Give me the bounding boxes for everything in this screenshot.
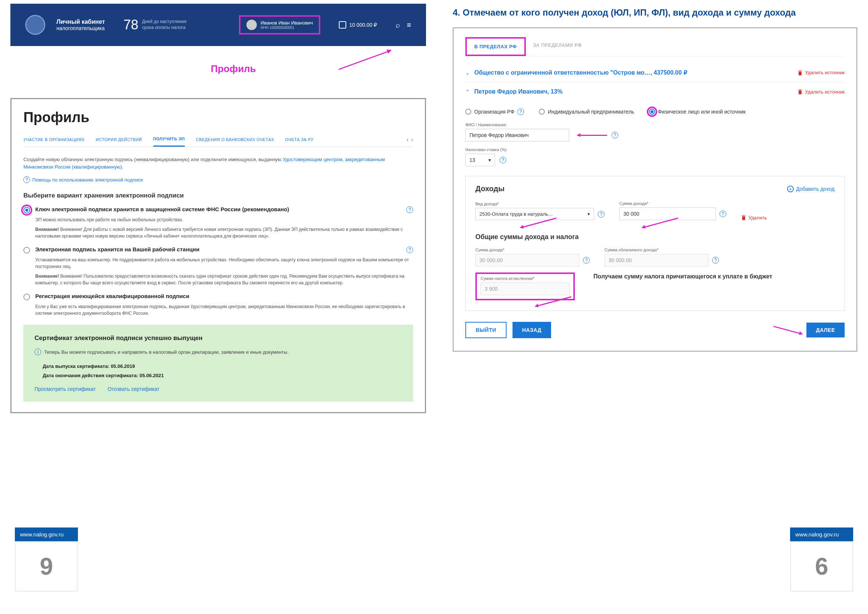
radio-ip[interactable]: Индивидуальный предприниматель: [539, 109, 634, 115]
totals-heading: Общие суммы дохода и налога: [475, 233, 835, 241]
arrow-icon: [577, 135, 607, 136]
help-link[interactable]: ? Помощь по использованию электронной по…: [23, 176, 413, 183]
delete-income-button[interactable]: Удалить: [741, 215, 767, 220]
option-local-desc: Устанавливается на ваш компьютер. Не под…: [23, 256, 413, 286]
help-icon: ?: [23, 176, 30, 183]
add-income-button[interactable]: + Добавить доход: [787, 186, 835, 192]
chevron-down-icon: ▾: [488, 157, 491, 163]
choose-heading: Выберите вариант хранения электронной по…: [23, 192, 413, 199]
taxable-income-input[interactable]: 30 000.00: [604, 254, 708, 267]
radio-icon: [23, 247, 30, 254]
tax-calculated-highlight: Сумма налога исчисленная* 3 900: [475, 273, 575, 300]
fio-label: ФИО / Наименование: [465, 122, 845, 127]
page-badge-right: www.nalog.gov.ru 6: [790, 527, 853, 592]
income-block: Доходы + Добавить доход Вид дохода* 2530…: [465, 176, 845, 311]
tab-history[interactable]: ИСТОРИЯ ДЕЙСТВИЙ: [96, 133, 142, 146]
tab-get-sign[interactable]: ПОЛУЧИТЬ ЭП: [153, 132, 185, 147]
option-register-existing[interactable]: Регистрация имеющейся квалифицированной …: [23, 293, 413, 300]
help-icon[interactable]: ?: [598, 211, 604, 217]
help-icon[interactable]: ?: [499, 157, 506, 163]
option-local-key[interactable]: Электронная подпись хранится на Вашей ра…: [23, 246, 413, 254]
option-register-desc: Если у Вас уже есть квалифицированная эл…: [23, 303, 413, 317]
arrow-icon: [773, 326, 802, 335]
help-icon[interactable]: ?: [517, 109, 524, 115]
tab-org[interactable]: УЧАСТИЕ В ОРГАНИЗАЦИЯХ: [23, 133, 85, 146]
app-title: Личный кабинет налогоплательщика: [56, 19, 105, 31]
help-icon[interactable]: ?: [712, 257, 719, 264]
info-icon[interactable]: ?: [406, 247, 413, 253]
income-type-select[interactable]: 2530-Оплата труда в натураль…▾: [475, 208, 594, 220]
tab-bank[interactable]: СВЕДЕНИЯ О БАНКОВСКИХ ОЧЕТАХ: [196, 133, 274, 146]
fio-input[interactable]: Петров Федор Иванович: [465, 129, 569, 141]
wallet-icon: [339, 21, 346, 29]
revoke-cert-link[interactable]: Отозвать сертификат: [108, 386, 160, 392]
tab-inside-rf[interactable]: В ПРЕДЕЛАХ РФ: [465, 37, 526, 56]
logo-icon: [25, 15, 45, 35]
profile-panel: Профиль УЧАСТИЕ В ОРГАНИЗАЦИЯХ ИСТОРИЯ Д…: [10, 98, 426, 413]
trash-icon: [797, 70, 803, 76]
profile-callout: Профиль: [211, 63, 256, 74]
step-heading: 4. Отмечаем от кого получен доход (ЮЛ, И…: [453, 8, 857, 18]
income-source-1[interactable]: ⌄ Общество с ограниченной ответственност…: [465, 63, 845, 82]
exit-button[interactable]: ВЫЙТИ: [465, 322, 507, 338]
balance-display[interactable]: 10 000.00 ₽: [339, 21, 377, 29]
user-profile-button[interactable]: Иванов Иван Иванович ИНН 100000000001: [239, 15, 320, 34]
delete-source-button[interactable]: Удалить источник: [797, 70, 845, 76]
chevron-up-icon: ⌃: [465, 89, 470, 95]
radio-icon: [23, 294, 30, 300]
search-icon[interactable]: ⌕: [395, 21, 400, 29]
certificate-success-box: Сертификат электронной подписи успешно в…: [23, 325, 413, 402]
profile-heading: Профиль: [23, 110, 413, 126]
view-cert-link[interactable]: Просмотреть сертификат: [34, 386, 96, 392]
option-cloud-desc: ЭП можно использовать при работе на любы…: [23, 216, 413, 239]
menu-icon[interactable]: ≡: [407, 21, 411, 29]
tab-prev-icon[interactable]: ‹: [407, 136, 409, 143]
radio-individual[interactable]: Физическое лицо или иной источник: [649, 109, 746, 115]
trash-icon: [741, 215, 746, 220]
tax-calculated-input[interactable]: 3 900: [480, 282, 570, 295]
tab-next-icon[interactable]: ›: [411, 136, 413, 143]
page-badge-left: www.nalog.gov.ru 9: [15, 527, 78, 592]
info-icon: i: [34, 349, 41, 355]
option-cloud-key[interactable]: Ключ электронной подписи хранится в защи…: [23, 206, 413, 214]
delete-source-button[interactable]: Удалить источник: [797, 89, 845, 95]
days-countdown: 78 Дней до наступлениясрока оплаты налог…: [124, 17, 186, 33]
radio-org-rf[interactable]: Организация РФ ?: [465, 109, 524, 115]
plus-icon: +: [787, 186, 794, 192]
avatar-icon: [246, 20, 257, 30]
tax-note: Получаем сумму налога причитающегося к у…: [594, 273, 772, 281]
app-header: Личный кабинет налогоплательщика 78 Дней…: [10, 4, 426, 46]
help-icon[interactable]: ?: [612, 132, 618, 138]
rate-label: Налоговая ставка (%): [465, 147, 845, 152]
help-icon[interactable]: ?: [583, 257, 590, 264]
income-sum-input[interactable]: 30 000: [619, 208, 716, 220]
income-form-panel: В ПРЕДЕЛАХ РФ ЗА ПРЕДЕЛАМИ РФ ⌄ Общество…: [453, 28, 857, 352]
chevron-down-icon: ⌄: [465, 70, 470, 76]
trash-icon: [797, 89, 803, 95]
next-button[interactable]: ДАЛЕЕ: [806, 323, 845, 338]
rate-select[interactable]: 13▾: [465, 154, 495, 166]
back-button[interactable]: НАЗАД: [513, 322, 551, 338]
total-income-input[interactable]: 30 000.00: [475, 254, 579, 267]
tab-reports[interactable]: ОЧЕТА ЗА РУ: [285, 133, 313, 146]
chevron-down-icon: ▾: [587, 211, 590, 217]
tab-outside-rf[interactable]: ЗА ПРЕДЕЛАМИ РФ: [526, 37, 589, 56]
info-icon[interactable]: ?: [406, 206, 413, 213]
radio-icon: [23, 207, 30, 214]
intro-text: Создайте новую облачную электронную подп…: [23, 156, 413, 171]
profile-tabs: УЧАСТИЕ В ОРГАНИЗАЦИЯХ ИСТОРИЯ ДЕЙСТВИЙ …: [23, 132, 413, 147]
income-source-2[interactable]: ⌃ Петров Федор Иванович, 13% Удалить ист…: [465, 82, 845, 101]
help-icon[interactable]: ?: [719, 211, 726, 217]
